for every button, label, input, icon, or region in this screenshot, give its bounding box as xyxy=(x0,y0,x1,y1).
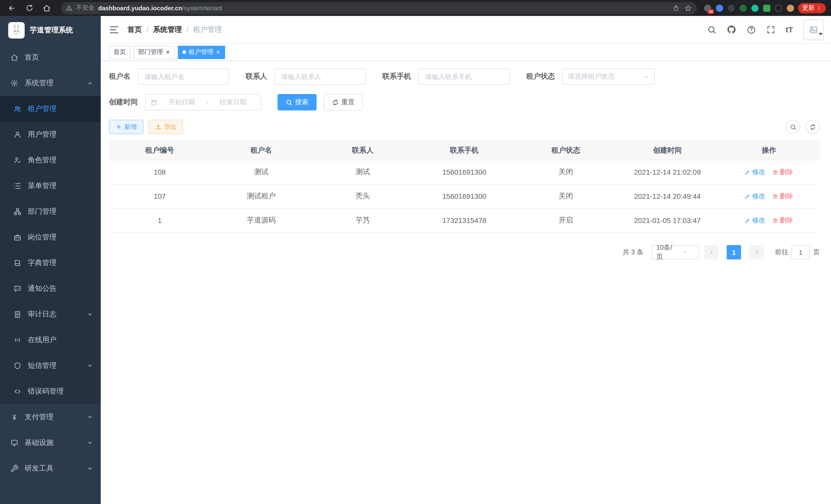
contact-input[interactable] xyxy=(275,68,366,85)
help-icon[interactable] xyxy=(747,25,756,34)
chevron-right-icon xyxy=(754,249,759,255)
sidebar-item-tenant[interactable]: 租户管理 xyxy=(0,96,101,122)
edit-icon xyxy=(745,169,750,175)
breadcrumb-separator: / xyxy=(187,25,189,34)
bookmark-star-icon[interactable] xyxy=(685,4,692,11)
breadcrumb-item-home[interactable]: 首页 xyxy=(127,25,142,34)
extension-icon[interactable] xyxy=(716,4,723,11)
sidebar-item-dept[interactable]: 部门管理 xyxy=(0,199,101,225)
sidebar-toggle[interactable] xyxy=(109,24,119,35)
extension-icon[interactable] xyxy=(740,4,747,11)
reset-button[interactable]: 重置 xyxy=(324,94,363,111)
sidebar-item-role[interactable]: 角色管理 xyxy=(0,147,101,173)
delete-button[interactable]: 删除 xyxy=(772,168,793,177)
trash-icon xyxy=(772,217,778,223)
cell-created: 2021-01-05 17:03:47 xyxy=(617,208,718,233)
sidebar-item-devtool[interactable]: 研发工具 xyxy=(0,456,101,481)
share-icon[interactable] xyxy=(673,5,679,11)
sidebar-item-online-user[interactable]: 在线用户 xyxy=(0,327,101,353)
home-button[interactable] xyxy=(40,1,53,14)
sidebar-item-label: 字典管理 xyxy=(28,259,57,268)
logo-avatar xyxy=(8,22,25,38)
status-select[interactable]: 请选择租户状态 xyxy=(562,68,655,85)
pagination: 共 3 条 10条/页 1 前往 页 xyxy=(109,245,820,260)
export-button[interactable]: 导出 xyxy=(148,120,183,134)
goto-page-input[interactable] xyxy=(792,245,810,260)
sidebar-item-label: 基础设施 xyxy=(25,438,53,447)
sidebar-item-label: 研发工具 xyxy=(25,464,53,473)
address-bar[interactable]: 不安全 dashboard.yudao.iocoder.cn/system/te… xyxy=(61,2,697,14)
close-icon[interactable] xyxy=(216,50,221,55)
sidebar-item-error-code[interactable]: 错误码管理 xyxy=(0,379,101,404)
edit-button[interactable]: 修改 xyxy=(745,216,765,225)
sidebar-item-audit-log[interactable]: 审计日志 xyxy=(0,302,101,327)
cell-tenant-name: 测试 xyxy=(210,160,312,184)
table-row: 108 测试 测试 15601691300 关闭 2021-12-14 21:0… xyxy=(109,160,820,184)
browser-chrome: 不安全 dashboard.yudao.iocoder.cn/system/te… xyxy=(0,0,831,16)
sidebar-item-post[interactable]: 岗位管理 xyxy=(0,225,101,250)
extension-icon[interactable]: 10 xyxy=(704,4,711,11)
avatar[interactable] xyxy=(803,19,823,40)
date-range-picker[interactable]: 开始日期 - 结束日期 xyxy=(145,94,261,111)
extension-icon[interactable] xyxy=(775,4,782,11)
update-label: 更新 xyxy=(802,4,814,12)
sidebar-item-sms[interactable]: 短信管理 xyxy=(0,353,101,379)
extension-icon[interactable] xyxy=(751,4,758,11)
url-text[interactable]: dashboard.yudao.iocoder.cn/system/tenant xyxy=(98,4,669,11)
sidebar-item-notice[interactable]: 通知公告 xyxy=(0,276,101,302)
refresh-table-button[interactable] xyxy=(805,120,820,134)
reset-button-label: 重置 xyxy=(341,98,354,107)
extension-icon[interactable] xyxy=(728,4,735,11)
refresh-icon xyxy=(332,99,339,106)
logo-row[interactable]: 芋道管理系统 xyxy=(0,16,101,45)
col-phone: 联系手机 xyxy=(413,141,515,160)
toolbar: 新增 导出 xyxy=(109,120,820,134)
font-size-icon[interactable]: tT xyxy=(786,25,793,34)
github-icon[interactable] xyxy=(727,25,737,34)
fullscreen-icon[interactable] xyxy=(766,25,775,34)
back-button[interactable] xyxy=(5,1,19,14)
cell-phone: 15601691300 xyxy=(413,184,515,208)
sidebar-item-user[interactable]: 用户管理 xyxy=(0,122,101,147)
tenant-name-input[interactable] xyxy=(138,68,229,85)
app-title: 芋道管理系统 xyxy=(30,26,73,35)
search-toggle-button[interactable] xyxy=(786,120,800,134)
sidebar-item-pay[interactable]: 支付管理 xyxy=(0,404,101,430)
tab-tenant[interactable]: 租户管理 xyxy=(178,46,225,59)
edit-button[interactable]: 修改 xyxy=(745,168,765,177)
cell-created: 2021-12-14 20:49:44 xyxy=(617,184,718,208)
search-icon[interactable] xyxy=(707,25,716,34)
next-page-button[interactable] xyxy=(749,245,764,260)
reload-button[interactable] xyxy=(23,1,36,14)
sidebar-item-dict[interactable]: 字典管理 xyxy=(0,250,101,276)
edit-button[interactable]: 修改 xyxy=(745,191,765,201)
chevron-down-icon xyxy=(87,466,92,471)
col-status: 租户状态 xyxy=(515,141,617,160)
add-button[interactable]: 新增 xyxy=(109,120,143,134)
search-button[interactable]: 搜索 xyxy=(278,94,317,111)
delete-button[interactable]: 删除 xyxy=(772,191,793,201)
filter-row-1: 租户名 联系人 联系手机 租户状态 请选择租户状态 xyxy=(109,68,820,85)
add-button-label: 新增 xyxy=(124,122,137,131)
update-button[interactable]: 更新 xyxy=(798,3,826,13)
breadcrumb-separator: / xyxy=(146,25,148,34)
prev-page-button[interactable] xyxy=(704,245,718,260)
phone-input[interactable] xyxy=(418,68,510,85)
delete-button[interactable]: 删除 xyxy=(772,216,793,225)
sidebar-item-infra[interactable]: 基础设施 xyxy=(0,430,101,456)
sidebar-item-home[interactable]: 首页 xyxy=(0,45,101,70)
download-icon xyxy=(155,124,161,130)
extension-icon[interactable] xyxy=(763,4,770,11)
create-time-label: 创建时间 xyxy=(109,98,138,107)
profile-avatar-icon[interactable] xyxy=(787,4,794,11)
breadcrumb-item-system[interactable]: 系统管理 xyxy=(153,25,182,34)
close-icon[interactable] xyxy=(166,50,170,55)
tab-home[interactable]: 首页 xyxy=(109,46,131,59)
sidebar-item-system[interactable]: 系统管理 xyxy=(0,70,101,96)
cell-contact: 秃头 xyxy=(312,184,413,208)
page-number-1[interactable]: 1 xyxy=(727,245,741,260)
page-size-select[interactable]: 10条/页 xyxy=(652,245,699,260)
tab-dept[interactable]: 部门管理 xyxy=(134,46,175,59)
security-label[interactable]: 不安全 xyxy=(76,4,94,12)
sidebar-item-menu[interactable]: 菜单管理 xyxy=(0,173,101,199)
